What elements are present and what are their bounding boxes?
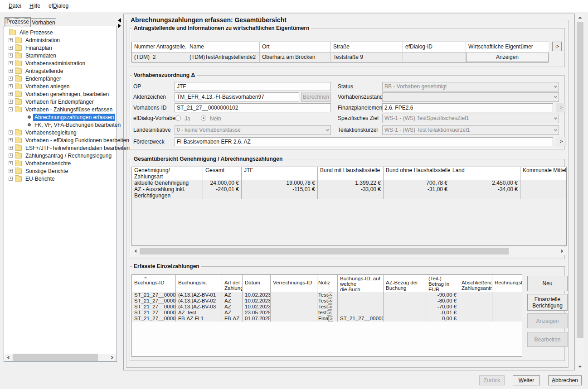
tree-item-vorhaben-endempfaenger[interactable]: Vorhaben für Endempfänger bbox=[6, 98, 117, 106]
finanzplanelement-goto-button[interactable]: -> bbox=[556, 103, 565, 112]
tree-item-zahlungsantrag[interactable]: Zahlungsantrag / Rechnungslegung bbox=[6, 152, 117, 159]
tree-item-fk-vf-vfa[interactable]: FK, VF, VFA-Buchungen bearbeiten bbox=[6, 121, 117, 129]
anzeigen-eigentuemer-button[interactable]: Anzeigen bbox=[466, 53, 549, 62]
col-abschliessende-zahlungsantraege[interactable]: Abschließende Zahlungsantra bbox=[459, 275, 492, 292]
notiz-goto-button[interactable]: -> bbox=[328, 316, 333, 322]
overview-row-auszahlung[interactable]: AZ - Auszahlung inkl. Berichtigungen -24… bbox=[132, 186, 566, 199]
expand-icon[interactable] bbox=[9, 69, 13, 73]
col-art-der-zahlung[interactable]: Art der Zahlung bbox=[222, 275, 243, 292]
splitter-expand-right-icon[interactable] bbox=[118, 24, 121, 28]
notiz-goto-button[interactable]: -> bbox=[328, 293, 332, 298]
tree-item-vorhabensadministration[interactable]: Vorhabensadministration bbox=[6, 59, 117, 67]
applicant-row[interactable]: (TDM)_2 (TDM)TestAntragstellende2 Oberha… bbox=[132, 52, 548, 62]
col-nummer-antragstellende[interactable]: Nummer Antragstelle... bbox=[132, 42, 187, 52]
expand-icon[interactable] bbox=[9, 130, 13, 134]
berechnen-button[interactable]: Berechnen bbox=[301, 92, 331, 102]
scroll-thumb[interactable] bbox=[13, 354, 98, 361]
col-genehmigung-zahlungsart[interactable]: Genehmigung/ Zahlungsart bbox=[132, 167, 203, 180]
expand-icon[interactable] bbox=[9, 77, 13, 81]
anzeigen-button[interactable]: Anzeigen bbox=[527, 313, 568, 328]
expand-icon[interactable] bbox=[9, 61, 13, 65]
scroll-thumb[interactable] bbox=[577, 22, 583, 338]
col-strasse[interactable]: Straße bbox=[331, 42, 403, 52]
scroll-left-icon[interactable] bbox=[131, 247, 139, 255]
menu-hilfe[interactable]: Hilfe bbox=[25, 1, 44, 11]
tree-item-stammdaten[interactable]: Stammdaten bbox=[6, 52, 117, 59]
tree-item-vorhaben-genehmigen[interactable]: Vorhaben genehmigen, bearbeiten bbox=[6, 90, 117, 98]
col-rechnungslegung[interactable]: Rechnungsleg bbox=[492, 275, 522, 292]
menu-efdialog[interactable]: efDialog bbox=[44, 1, 73, 11]
col-notiz[interactable]: Notiz bbox=[317, 275, 338, 292]
col-bund-ohne-haushaltsstelle[interactable]: Bund ohne Haushaltsstelle bbox=[384, 167, 450, 180]
radio-nein[interactable] bbox=[201, 115, 206, 121]
tree-item-alle-prozesse[interactable]: Alle Prozesse bbox=[6, 29, 117, 36]
expand-icon[interactable] bbox=[9, 146, 13, 150]
col-verrechnungs-id[interactable]: Verrechnungs-ID bbox=[271, 275, 317, 292]
finanzplanelement-field[interactable]: 2.6. FPE2.6 bbox=[382, 103, 553, 112]
scroll-up-icon[interactable] bbox=[576, 14, 584, 21]
col-datum[interactable]: Datum bbox=[243, 275, 271, 292]
landesinitiative-combobox[interactable]: 0 - keine Vorhabensklasse bbox=[175, 125, 331, 135]
sidebar-hscrollbar[interactable] bbox=[5, 354, 116, 361]
tree-item-zahlungsfluesse[interactable]: Vorhaben - Zahlungsflüsse erfassen bbox=[6, 106, 117, 113]
payment-row-4[interactable]: ST_21_27__0000000 AZ_test AZ 23.05.2025 … bbox=[132, 310, 522, 316]
scroll-right-icon[interactable] bbox=[558, 247, 566, 255]
col-efdialog-id[interactable]: efDialog-ID bbox=[403, 42, 466, 52]
payment-row-3[interactable]: ST_21_27__0000000 (4.13.)AZ-BV-03 AZ 10.… bbox=[132, 304, 522, 310]
zurueck-button[interactable]: Zurück bbox=[479, 375, 505, 385]
col-wirtschaftliche-eigentuemer[interactable]: Wirtschaftliche Eigentümer bbox=[466, 42, 549, 52]
expand-icon[interactable] bbox=[9, 177, 13, 181]
expand-icon[interactable] bbox=[9, 100, 13, 104]
scroll-left-icon[interactable] bbox=[5, 354, 12, 361]
tree-item-efdialog-funktionen[interactable]: Vorhaben - efDialog Funktionen bearbeite… bbox=[6, 136, 117, 144]
applicant-goto-button[interactable]: -> bbox=[552, 42, 562, 51]
expand-icon[interactable] bbox=[9, 46, 13, 50]
tree-item-antragstellende[interactable]: Antragstellende bbox=[6, 67, 117, 75]
notiz-goto-button[interactable]: -> bbox=[328, 298, 332, 304]
tree-item-endempfaenger[interactable]: Endempfänger bbox=[6, 75, 117, 82]
tree-item-vorhabensbegleitung[interactable]: Vorhabensbegleitung bbox=[6, 129, 117, 136]
tree-item-eu-berichte[interactable]: EU-Berichte bbox=[6, 175, 117, 182]
expand-icon[interactable] bbox=[9, 84, 13, 88]
scroll-right-icon[interactable] bbox=[109, 354, 116, 361]
spezifisches-ziel-combobox[interactable]: WS-1 - (WS) TestSpezifischesZiel1 bbox=[382, 114, 559, 123]
foerderzweck-goto-button[interactable]: -> bbox=[556, 137, 565, 146]
menu-datei[interactable]: Datei bbox=[5, 1, 25, 11]
finanzielle-berichtigung-button[interactable]: Finanzielle Berichtigung bbox=[527, 294, 568, 311]
tree-item-administration[interactable]: Administration bbox=[6, 36, 117, 44]
expand-icon[interactable] bbox=[9, 138, 13, 142]
col-buchungs-id-ref[interactable]: Buchungs-ID, auf welche die Buch bbox=[338, 275, 384, 292]
expand-icon[interactable] bbox=[9, 38, 13, 42]
tree-item-vorhabensberichte[interactable]: Vorhabensberichte bbox=[6, 159, 117, 167]
expand-icon[interactable] bbox=[9, 154, 13, 158]
col-jtf[interactable]: JTF bbox=[242, 167, 318, 180]
col-name[interactable]: Name bbox=[187, 42, 260, 52]
bearbeiten-button[interactable]: Bearbeiten bbox=[527, 332, 568, 347]
payment-row-5[interactable]: ST_21_27__0000000 FB-AZ FI 1 FB-AZ 01.07… bbox=[132, 316, 522, 322]
vorhabens-id-field[interactable]: ST_21_27__0000000102 bbox=[175, 103, 331, 112]
col-kommunale-mittel[interactable]: Kommunale Mittel bbox=[520, 167, 567, 180]
col-bund-mit-haushaltsstelle[interactable]: Bund mit Haushaltsstelle bbox=[318, 167, 384, 180]
splitter-collapse-left-icon[interactable] bbox=[118, 18, 121, 23]
overview-hscrollbar[interactable] bbox=[131, 247, 566, 255]
scroll-down-icon[interactable] bbox=[576, 363, 584, 370]
tree-item-abrechnungszahlungen[interactable]: Abrechnungszahlungen erfassen bbox=[6, 113, 117, 121]
overview-row-genehmigung[interactable]: aktuelle Genehmigung 24.000,00 € 19.000,… bbox=[132, 180, 566, 186]
main-vscrollbar[interactable] bbox=[576, 14, 584, 370]
expand-icon[interactable] bbox=[9, 92, 13, 96]
tab-prozesse[interactable]: Prozesse bbox=[5, 17, 31, 27]
teilaktionskuerzel-combobox[interactable]: WS-1 - (WS) TestTeilaktionkuerzel1 bbox=[382, 125, 559, 135]
collapse-icon[interactable] bbox=[9, 107, 13, 111]
weiter-button[interactable]: Weiter bbox=[513, 375, 540, 385]
col-teilbetrag-eur[interactable]: (Teil-) Betrag in EUR bbox=[426, 275, 459, 292]
notiz-goto-button[interactable]: -> bbox=[327, 310, 331, 316]
neu-button[interactable]: Neu bbox=[527, 276, 568, 291]
tree-item-vorhaben-anlegen[interactable]: Vorhaben anlegen bbox=[6, 82, 117, 90]
scroll-thumb[interactable] bbox=[140, 248, 509, 255]
notiz-goto-button[interactable]: -> bbox=[328, 304, 332, 310]
status-combobox[interactable]: BB - Vorhaben genehmigt bbox=[382, 82, 559, 91]
abbrechen-button[interactable]: Abbrechen bbox=[548, 375, 582, 385]
expand-icon[interactable] bbox=[9, 169, 13, 173]
payment-row-2[interactable]: ST_21_27__0000000 (4.13.)AZ-BV-02 AZ 10.… bbox=[132, 298, 522, 304]
expand-icon[interactable] bbox=[9, 161, 13, 165]
